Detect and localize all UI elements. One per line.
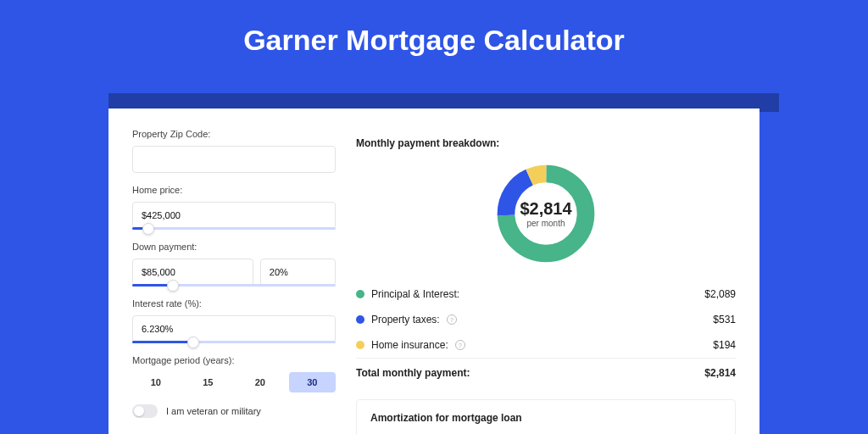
total-amount: $2,814 [704,367,736,379]
home-price-slider-thumb[interactable] [142,223,154,235]
breakdown-row: Property taxes: ?$531 [356,307,736,332]
down-payment-label: Down payment: [132,242,336,252]
page-title: Garner Mortgage Calculator [0,0,868,77]
breakdown-row-amount: $2,089 [704,288,736,300]
zip-input[interactable] [132,146,336,173]
zip-group: Property Zip Code: [132,129,336,173]
period-button-30[interactable]: 30 [289,372,337,392]
home-price-label: Home price: [132,185,336,195]
legend-dot-icon [356,341,364,349]
veteran-label: I am veteran or military [166,406,261,416]
donut-center: $2,814 per month [520,199,571,228]
breakdown-row-amount: $531 [713,314,736,326]
info-icon[interactable]: ? [447,314,457,325]
period-button-row: 10152030 [132,372,336,392]
veteran-toggle-row: I am veteran or military [132,404,336,418]
veteran-toggle[interactable] [132,404,158,418]
period-button-15[interactable]: 15 [185,372,232,392]
breakdown-row-left: Principal & Interest: [356,288,459,300]
interest-rate-slider-fill [132,341,193,343]
interest-rate-label: Interest rate (%): [132,298,336,309]
veteran-toggle-knob [134,406,144,416]
down-payment-slider-thumb[interactable] [167,280,179,292]
total-label: Total monthly payment: [356,367,470,379]
breakdown-title: Monthly payment breakdown: [356,137,736,149]
down-payment-amount-input[interactable] [132,259,253,286]
down-payment-slider[interactable] [132,284,336,287]
legend-dot-icon [356,290,364,298]
down-payment-pct-input[interactable] [260,259,336,286]
period-label: Mortgage period (years): [132,355,336,365]
breakdown-row-label: Principal & Interest: [371,288,459,300]
donut-amount: $2,814 [520,199,571,219]
period-button-10[interactable]: 10 [132,372,180,392]
donut-sub: per month [520,219,571,228]
info-icon[interactable]: ? [455,340,465,350]
period-button-20[interactable]: 20 [236,372,284,392]
legend-dot-icon [356,315,364,324]
breakdown-row: Home insurance: ?$194 [356,332,736,358]
interest-rate-group: Interest rate (%): [132,298,336,343]
breakdown-row-label: Home insurance: [371,339,448,351]
breakdown-column: Monthly payment breakdown: $2,814 per mo… [356,129,736,434]
calculator-card: Property Zip Code: Home price: Down paym… [108,108,760,434]
amortization-title: Amortization for mortgage loan [370,412,721,424]
home-price-group: Home price: [132,185,336,230]
breakdown-row-left: Property taxes: ? [356,314,457,326]
donut-chart-wrap: $2,814 per month [356,161,736,266]
zip-label: Property Zip Code: [132,129,336,139]
interest-rate-slider[interactable] [132,341,336,343]
breakdown-row-left: Home insurance: ? [356,339,465,351]
period-group: Mortgage period (years): 10152030 [132,355,336,392]
interest-rate-slider-thumb[interactable] [187,337,199,348]
breakdown-row-label: Property taxes: [371,314,440,326]
form-column: Property Zip Code: Home price: Down paym… [132,129,336,434]
interest-rate-input[interactable] [132,315,336,342]
breakdown-rows: Principal & Interest:$2,089Property taxe… [356,281,736,358]
down-payment-group: Down payment: [132,242,336,287]
breakdown-row: Principal & Interest:$2,089 [356,281,736,307]
home-price-input[interactable] [132,202,336,229]
home-price-slider[interactable] [132,227,336,230]
total-row: Total monthly payment: $2,814 [356,358,736,394]
amortization-card: Amortization for mortgage loan Amortizat… [356,399,736,434]
breakdown-row-amount: $194 [713,339,736,351]
